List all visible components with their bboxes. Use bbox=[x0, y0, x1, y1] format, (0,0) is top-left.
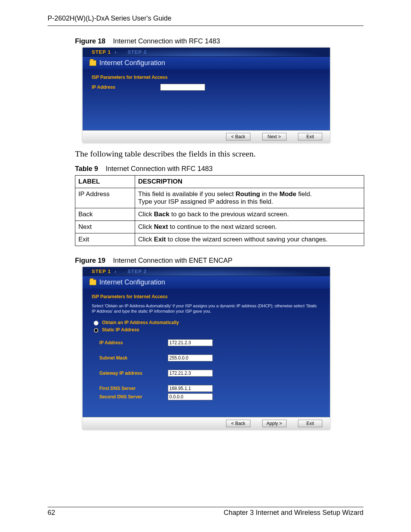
radio-obtain-auto-label: Obtain an IP Address Automatically bbox=[102, 320, 179, 325]
running-title: P-2602H(W)(L)-DxA Series User's Guide bbox=[48, 14, 363, 22]
chevron-right-icon: › bbox=[115, 49, 116, 55]
page-footer: 62 Chapter 3 Internet and Wireless Setup… bbox=[48, 504, 363, 517]
back-button[interactable]: < Back bbox=[226, 133, 250, 141]
ip-address-input[interactable] bbox=[168, 339, 213, 346]
step2-label: STEP 2 bbox=[127, 49, 147, 55]
apply-button[interactable]: Apply > bbox=[262, 420, 287, 427]
ip-address-row: IP Address bbox=[92, 84, 321, 91]
dns1-label: First DNS Server bbox=[99, 386, 168, 391]
ip-address-label: IP Address bbox=[99, 340, 168, 345]
table9-caption-text: Internet Connection with RFC 1483 bbox=[106, 165, 213, 173]
wizard-footer: < Back Next > Exit bbox=[83, 130, 330, 143]
radio-obtain-auto-input[interactable] bbox=[94, 321, 99, 326]
figure19-panel: STEP 1 › STEP 2 Internet Configuration I… bbox=[83, 267, 330, 430]
dns2-input[interactable] bbox=[168, 393, 213, 400]
cell-desc: Click Next to continue to the next wizar… bbox=[135, 221, 364, 233]
figure19-caption-prefix: Figure 19 bbox=[75, 257, 105, 264]
figure18-caption-prefix: Figure 18 bbox=[75, 37, 105, 45]
subnet-mask-input[interactable] bbox=[168, 355, 213, 361]
wizard-help-text: Select 'Obtain an IP Address Automatical… bbox=[92, 303, 321, 314]
radio-static-ip[interactable]: Static IP Address bbox=[92, 327, 321, 333]
table-row: Next Click Next to continue to the next … bbox=[75, 221, 364, 233]
figure19-caption-text: Internet Connection with ENET ENCAP bbox=[113, 257, 233, 264]
dns2-label: Second DNS Server bbox=[99, 394, 168, 399]
figure18-caption: Figure 18 Internet Connection with RFC 1… bbox=[75, 37, 363, 45]
wizard-steps: STEP 1 › STEP 2 bbox=[83, 48, 330, 57]
table-row: IP Address This field is available if yo… bbox=[75, 188, 364, 208]
wizard-title-bar: Internet Configuration bbox=[83, 57, 330, 69]
figure18-caption-text: Internet Connection with RFC 1483 bbox=[113, 37, 220, 45]
back-button[interactable]: < Back bbox=[226, 420, 250, 427]
cell-label: Next bbox=[75, 221, 135, 233]
ip-address-label: IP Address bbox=[92, 85, 160, 90]
radio-static-ip-input[interactable] bbox=[94, 328, 99, 333]
subnet-mask-label: Subnet Mask bbox=[99, 355, 168, 361]
exit-button[interactable]: Exit bbox=[298, 133, 322, 141]
folder-icon bbox=[89, 60, 96, 66]
table-intro-text: The following table describes the fields… bbox=[75, 149, 363, 159]
wizard-steps: STEP 1 › STEP 2 bbox=[83, 267, 330, 276]
cell-label: Back bbox=[75, 208, 135, 221]
cell-desc: This field is available if you select Ro… bbox=[135, 188, 364, 208]
dns1-input[interactable] bbox=[168, 385, 213, 392]
cell-label: Exit bbox=[75, 233, 135, 246]
step1-label: STEP 1 bbox=[92, 268, 111, 274]
wizard-title-bar: Internet Configuration bbox=[83, 276, 330, 289]
ip-address-input[interactable] bbox=[160, 84, 205, 91]
wizard-body: ISP Parameters for Internet Access Selec… bbox=[83, 289, 330, 417]
cell-label: IP Address bbox=[75, 188, 135, 208]
page-number: 62 bbox=[48, 509, 55, 517]
table9-caption: Table 9 Internet Connection with RFC 148… bbox=[75, 165, 363, 173]
radio-obtain-auto[interactable]: Obtain an IP Address Automatically bbox=[92, 320, 321, 326]
wizard-body: ISP Parameters for Internet Access IP Ad… bbox=[83, 69, 330, 130]
table-row: LABEL DESCRIPTION bbox=[75, 176, 364, 188]
table9-caption-prefix: Table 9 bbox=[75, 165, 98, 173]
subnet-mask-row: Subnet Mask bbox=[92, 355, 321, 361]
cell-desc: Click Back to go back to the previous wi… bbox=[135, 208, 364, 221]
figure18-panel: STEP 1 › STEP 2 Internet Configuration I… bbox=[83, 48, 330, 143]
chevron-right-icon: › bbox=[115, 268, 116, 274]
header-rule bbox=[48, 26, 363, 26]
folder-icon bbox=[89, 280, 96, 285]
field-description-table: LABEL DESCRIPTION IP Address This field … bbox=[75, 175, 364, 246]
section-label: ISP Parameters for Internet Access bbox=[92, 294, 321, 299]
gateway-row: Gateway IP address bbox=[92, 370, 321, 377]
col-desc-head: DESCRIPTION bbox=[135, 176, 364, 188]
footer-rule bbox=[48, 507, 363, 507]
table-row: Back Click Back to go back to the previo… bbox=[75, 208, 364, 221]
chapter-title: Chapter 3 Internet and Wireless Setup Wi… bbox=[224, 509, 363, 517]
radio-static-ip-label: Static IP Address bbox=[102, 327, 139, 332]
ip-address-row: IP Address bbox=[92, 339, 321, 346]
wizard-title-text: Internet Configuration bbox=[99, 278, 165, 286]
dns1-row: First DNS Server bbox=[92, 385, 321, 392]
wizard-title-text: Internet Configuration bbox=[99, 59, 165, 67]
table-row: Exit Click Exit to close the wizard scre… bbox=[75, 233, 364, 246]
wizard-footer: < Back Apply > Exit bbox=[83, 417, 330, 430]
gateway-input[interactable] bbox=[168, 370, 213, 377]
exit-button[interactable]: Exit bbox=[298, 420, 322, 427]
figure19-caption: Figure 19 Internet Connection with ENET … bbox=[75, 257, 363, 265]
section-label: ISP Parameters for Internet Access bbox=[92, 75, 321, 80]
cell-desc: Click Exit to close the wizard screen wi… bbox=[135, 233, 364, 246]
next-button[interactable]: Next > bbox=[262, 133, 287, 141]
step2-label: STEP 2 bbox=[127, 268, 147, 274]
gateway-label: Gateway IP address bbox=[99, 371, 168, 376]
col-label-head: LABEL bbox=[75, 176, 135, 188]
step1-label: STEP 1 bbox=[92, 49, 111, 55]
dns2-row: Second DNS Server bbox=[92, 393, 321, 400]
